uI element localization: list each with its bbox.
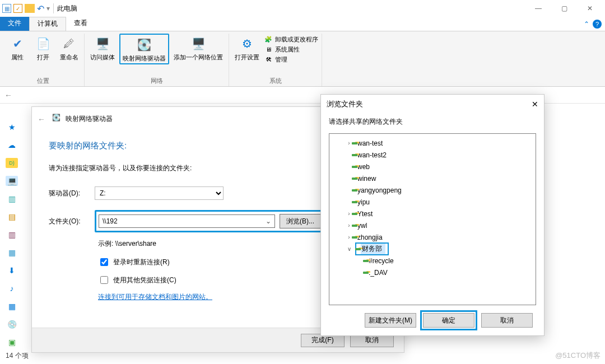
nav-back-icon[interactable]: ←	[4, 91, 12, 100]
browse-cancel-button[interactable]: 取消	[481, 313, 533, 328]
item-count: 14 个项	[6, 351, 29, 361]
tree-item-label: yangyongpeng	[357, 186, 402, 194]
tree-item-label: winew	[357, 175, 376, 183]
access-media-icon: 🖥️	[94, 35, 111, 53]
browse-button[interactable]: 浏览(B)...	[280, 214, 321, 228]
browse-folder-dialog: 浏览文件夹 ✕ 请选择共享的网络文件夹 ›wan-testwan-test2we…	[320, 94, 544, 336]
tree-item[interactable]: ›wan-test	[329, 137, 536, 149]
tree-item[interactable]: ›ywl	[329, 220, 536, 231]
sidebar-pictures-icon[interactable]: ▦	[6, 301, 18, 311]
uninstall-button[interactable]: 🧩卸载或更改程序	[264, 35, 318, 44]
tree-item[interactable]: wan-test2	[329, 149, 536, 161]
sidebar-music-icon[interactable]: ♪	[6, 283, 18, 293]
manage-button[interactable]: 🛠管理	[264, 55, 318, 64]
wizard-icon: 💽	[52, 114, 62, 124]
settings-icon: ⚙	[238, 35, 256, 53]
group-network-label: 网络	[151, 77, 163, 86]
add-location-button[interactable]: 🖥️ 添加一个网络位置	[171, 34, 225, 62]
ribbon-collapse-icon[interactable]: ⌃	[584, 20, 589, 28]
open-settings-button[interactable]: ⚙ 打开设置	[232, 34, 262, 62]
undo-icon[interactable]: ↶	[35, 3, 46, 14]
browse-close-icon[interactable]: ✕	[532, 100, 538, 109]
tree-item-label: 财务部	[361, 244, 385, 254]
wizard-title: 映射网络驱动器	[66, 114, 113, 124]
tree-item[interactable]: ._DAV	[329, 267, 536, 278]
credentials-checkbox[interactable]	[100, 276, 108, 284]
sidebar-wps-icon[interactable]: D)	[6, 158, 18, 168]
expander-icon[interactable]: ∨	[345, 246, 353, 252]
tree-item[interactable]: yipu	[329, 196, 536, 208]
tree-item-label: Ytest	[357, 210, 373, 218]
folder-tree[interactable]: ›wan-testwan-test2webwinewyangyongpengyi…	[329, 133, 536, 305]
sidebar-onedrive-icon[interactable]: ☁	[6, 140, 18, 150]
tree-item[interactable]: ∨财务部	[329, 243, 536, 255]
maximize-button[interactable]: ▢	[551, 0, 577, 17]
sidebar-disk2-icon[interactable]: ▤	[6, 212, 18, 222]
properties-button[interactable]: ✔ 属性	[6, 34, 29, 62]
map-drive-button[interactable]: 💽 映射网络驱动器	[119, 34, 169, 64]
tree-item-label: wan-test2	[357, 151, 387, 159]
reconnect-checkbox[interactable]	[100, 258, 108, 266]
map-drive-icon: 💽	[136, 36, 153, 54]
rename-icon: 🖉	[60, 35, 78, 53]
uninstall-icon: 🧩	[264, 35, 273, 44]
sidebar-disk4-icon[interactable]: ▦	[6, 248, 18, 258]
help-icon[interactable]: ?	[593, 20, 602, 29]
tree-item[interactable]: yangyongpeng	[329, 184, 536, 196]
quick-access-icon[interactable]: ▦	[2, 4, 11, 13]
properties-icon: ✔	[8, 35, 26, 53]
browse-subtitle: 请选择共享的网络文件夹	[321, 114, 544, 133]
tab-file[interactable]: 文件	[0, 17, 29, 31]
sidebar-this-pc-icon[interactable]: 💻	[6, 176, 18, 186]
tab-computer[interactable]: 计算机	[29, 17, 66, 31]
tree-item[interactable]: ›zhongjia	[329, 231, 536, 243]
tree-item[interactable]: web	[329, 161, 536, 172]
open-icon: 📄	[34, 35, 52, 53]
sidebar-quick-access-icon[interactable]: ★	[6, 122, 18, 132]
manage-icon: 🛠	[264, 55, 273, 64]
credit: @51CTO博客	[555, 351, 601, 361]
group-system-label: 系统	[269, 77, 282, 86]
browse-title: 浏览文件夹	[327, 99, 363, 109]
tree-item[interactable]: winew	[329, 172, 536, 184]
sidebar-network-icon[interactable]: ▣	[6, 337, 18, 347]
tab-view[interactable]: 查看	[66, 17, 95, 31]
tree-item-label: yipu	[357, 198, 370, 206]
wizard-back-icon[interactable]: ←	[38, 115, 45, 124]
window-title: 此电脑	[57, 4, 77, 13]
access-media-button[interactable]: 🖥️ 访问媒体	[88, 34, 117, 62]
tree-item[interactable]: #recycle	[329, 255, 536, 267]
chevron-down-icon[interactable]: ⌄	[266, 217, 271, 225]
sidebar-downloads-icon[interactable]: ⬇	[6, 265, 18, 276]
folder-input-group: \\192 ⌄ 浏览(B)...	[95, 210, 325, 232]
drive-label: 驱动器(D):	[49, 189, 92, 198]
group-location-label: 位置	[37, 77, 49, 86]
quick-folder-icon[interactable]	[25, 4, 35, 13]
close-button[interactable]: ✕	[577, 0, 603, 17]
tree-item-label: ._DAV	[369, 269, 388, 277]
open-button[interactable]: 📄 打开	[31, 34, 55, 62]
sidebar-disk1-icon[interactable]: ▥	[6, 194, 18, 204]
tree-item-label: #recycle	[369, 257, 394, 265]
quick-check-icon[interactable]: ✓	[13, 4, 22, 13]
rename-button[interactable]: 🖉 重命名	[57, 34, 81, 62]
tree-item-label: zhongjia	[357, 234, 383, 241]
tree-item-label: web	[357, 163, 370, 171]
folder-input[interactable]: \\192 ⌄	[99, 214, 275, 228]
tree-item-label: wan-test	[357, 139, 383, 147]
sys-props-button[interactable]: 🖥系统属性	[264, 45, 318, 54]
sidebar-videos-icon[interactable]: 💿	[6, 319, 18, 329]
sys-props-icon: 🖥	[264, 45, 273, 54]
add-location-icon: 🖥️	[189, 35, 207, 53]
new-folder-button[interactable]: 新建文件夹(M)	[365, 313, 416, 328]
tree-item[interactable]: ›Ytest	[329, 208, 536, 220]
drive-select[interactable]: Z:	[95, 186, 224, 200]
sidebar-disk3-icon[interactable]: ▥	[6, 230, 18, 240]
minimize-button[interactable]: —	[525, 0, 551, 17]
tree-item-label: ywl	[357, 222, 367, 230]
folder-label: 文件夹(O):	[49, 217, 92, 226]
ok-button[interactable]: 确定	[423, 313, 474, 328]
